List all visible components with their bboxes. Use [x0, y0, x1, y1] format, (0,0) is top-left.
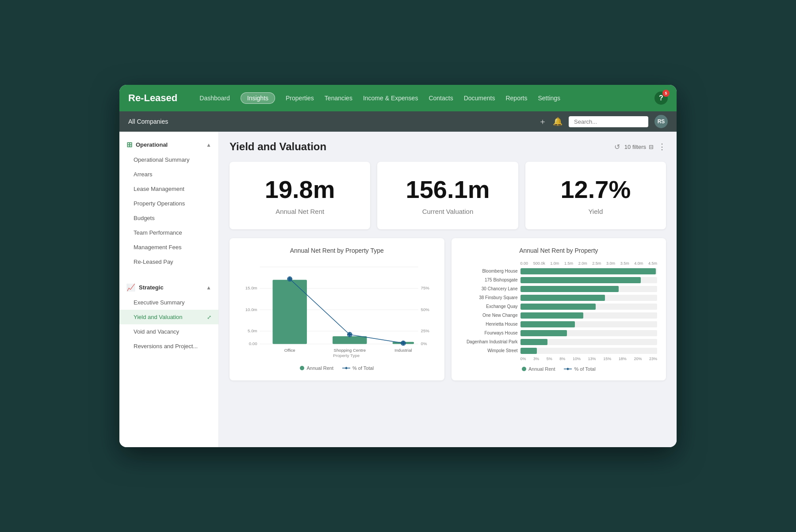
bar-chart-svg: 0.00 5.0m 10.0m 15.0m 0% 25% 50% 75%	[238, 261, 436, 358]
more-button[interactable]: ⋮	[658, 142, 666, 152]
bar-shopping[interactable]	[333, 336, 367, 344]
svg-marker-20	[566, 368, 569, 370]
kpi-card-valuation: 156.1m Current Valuation	[377, 162, 518, 229]
legend2-pct-total: % of Total	[564, 366, 595, 372]
legend-line-icon	[342, 366, 350, 370]
sidebar-item-yield-valuation[interactable]: Yield and Valuation ⤢	[119, 310, 218, 324]
svg-text:0.00: 0.00	[249, 341, 257, 346]
sidebar-item-re-leased-pay[interactable]: Re-Leased Pay	[119, 255, 218, 269]
sidebar-item-executive-summary[interactable]: Executive Summary	[119, 295, 218, 310]
sidebar-item-property-operations[interactable]: Property Operations	[119, 196, 218, 211]
filter-button[interactable]: 10 filters ⊟	[624, 144, 654, 150]
bar-wimpole: Wimpole Street	[460, 348, 658, 354]
svg-text:25%: 25%	[421, 328, 430, 333]
sidebar-operational-section: ⊞ Operational ▲ Operational Summary Arre…	[119, 132, 218, 274]
filter-label: 10 filters	[624, 144, 646, 150]
svg-text:10.0m: 10.0m	[245, 307, 257, 312]
bar-henrietta: Henrietta House	[460, 321, 658, 327]
svg-text:5.0m: 5.0m	[248, 328, 257, 333]
sub-nav-icons: ＋ 🔔 RS	[539, 115, 668, 128]
legend-annual-rent: Annual Rent	[300, 365, 333, 371]
logo: Re-Leased	[128, 92, 177, 104]
strategic-icon: 📈	[126, 283, 135, 292]
top-nav: Re-Leased Dashboard Insights Properties …	[119, 85, 677, 111]
bar-exchange-quay: Exchange Quay	[460, 304, 658, 310]
main-layout: ⊞ Operational ▲ Operational Summary Arre…	[119, 132, 677, 447]
nav-properties[interactable]: Properties	[286, 95, 314, 102]
kpi-yield-value: 12.7%	[536, 176, 655, 203]
chart-card-property-type: Annual Net Rent by Property Type 0.00 5.…	[230, 238, 444, 380]
kpi-yield-label: Yield	[536, 208, 655, 215]
nav-income-expenses[interactable]: Income & Expenses	[363, 95, 418, 102]
nav-dashboard[interactable]: Dashboard	[199, 95, 230, 102]
sidebar: ⊞ Operational ▲ Operational Summary Arre…	[119, 132, 219, 447]
bar-office[interactable]	[272, 280, 306, 344]
sidebar-item-budgets[interactable]: Budgets	[119, 211, 218, 225]
sidebar-operational-header[interactable]: ⊞ Operational ▲	[119, 137, 218, 152]
kpi-annual-rent-value: 19.8m	[240, 176, 360, 203]
svg-text:0%: 0%	[421, 341, 427, 346]
nav-reports[interactable]: Reports	[505, 95, 527, 102]
chart2-legend: Annual Rent % of Total	[460, 366, 658, 372]
chart2-x-axis-bottom: 0%3%5%8%10%13%15%18%20%23%	[460, 357, 658, 361]
legend2-dot-annual	[522, 367, 526, 371]
operational-icon: ⊞	[126, 141, 132, 149]
page-header: Yield and Valuation ↺ 10 filters ⊟ ⋮	[230, 141, 666, 153]
bar-finsbury: 38 Finsbury Square	[460, 295, 658, 301]
bar-chancery: 30 Chancery Lane	[460, 286, 658, 292]
sidebar-item-reversions[interactable]: Reversions and Project...	[119, 339, 218, 353]
notification-badge: 5	[662, 90, 670, 97]
svg-marker-18	[345, 367, 348, 369]
sidebar-item-void-vacancy[interactable]: Void and Vacancy	[119, 324, 218, 339]
page-title: Yield and Valuation	[230, 141, 326, 153]
chart1-legend: Annual Rent % of Total	[238, 365, 436, 371]
notifications-button[interactable]: 🔔	[553, 117, 563, 126]
kpi-annual-rent-label: Annual Net Rent	[240, 208, 360, 215]
chart2-bars: Bloomberg House 175 Bishopsgate 30 Chanc…	[460, 268, 658, 354]
sidebar-item-operational-summary[interactable]: Operational Summary	[119, 152, 218, 167]
legend-pct-total: % of Total	[342, 365, 374, 371]
expand-icon: ⤢	[207, 314, 211, 320]
search-input[interactable]	[574, 118, 643, 125]
content-area: Yield and Valuation ↺ 10 filters ⊟ ⋮ 19.…	[219, 132, 677, 447]
chart-row: Annual Net Rent by Property Type 0.00 5.…	[230, 238, 666, 380]
sidebar-strategic-header[interactable]: 📈 Strategic ▲	[119, 280, 218, 295]
nav-insights[interactable]: Insights	[241, 92, 275, 104]
sidebar-item-lease-management[interactable]: Lease Management	[119, 182, 218, 196]
sidebar-item-management-fees[interactable]: Management Fees	[119, 240, 218, 255]
kpi-card-yield: 12.7% Yield	[525, 162, 666, 229]
nav-documents[interactable]: Documents	[464, 95, 495, 102]
svg-text:Industrial: Industrial	[394, 348, 412, 353]
svg-text:Office: Office	[284, 348, 295, 353]
chart2-x-axis-top: 0.00500.0k1.0m1.5m2.0m2.5m3.0m3.5m4.0m4.…	[460, 261, 658, 266]
sidebar-strategic-title: 📈 Strategic	[126, 283, 164, 292]
app-container: Re-Leased Dashboard Insights Properties …	[119, 85, 677, 447]
kpi-card-annual-rent: 19.8m Annual Net Rent	[230, 162, 370, 229]
sidebar-item-team-performance[interactable]: Team Performance	[119, 225, 218, 240]
legend-dot-annual	[300, 366, 304, 370]
legend2-annual-rent: Annual Rent	[522, 366, 555, 372]
add-button[interactable]: ＋	[539, 116, 547, 127]
search-box[interactable]	[569, 116, 648, 127]
bar-one-new-change: One New Change	[460, 312, 658, 319]
nav-contacts[interactable]: Contacts	[429, 95, 453, 102]
legend2-line-icon	[564, 367, 572, 371]
svg-text:15.0m: 15.0m	[245, 285, 257, 290]
nav-tenancies[interactable]: Tenancies	[325, 95, 352, 102]
sidebar-item-arrears[interactable]: Arrears	[119, 167, 218, 182]
nav-settings[interactable]: Settings	[538, 95, 561, 102]
help-button[interactable]: ? 5	[654, 91, 668, 105]
avatar[interactable]: RS	[654, 115, 668, 128]
company-selector[interactable]: All Companies	[128, 118, 168, 125]
sidebar-strategic-items: Executive Summary Yield and Valuation ⤢ …	[119, 295, 218, 353]
sidebar-operational-items: Operational Summary Arrears Lease Manage…	[119, 152, 218, 269]
filter-icon: ⊟	[649, 144, 654, 150]
chart-card-by-property: Annual Net Rent by Property 0.00500.0k1.…	[452, 238, 666, 380]
header-actions: ↺ 10 filters ⊟ ⋮	[614, 142, 666, 152]
nav-links: Dashboard Insights Properties Tenancies …	[199, 92, 641, 104]
refresh-button[interactable]: ↺	[614, 143, 620, 151]
chart2-title: Annual Net Rent by Property	[460, 247, 658, 254]
kpi-valuation-value: 156.1m	[388, 176, 507, 203]
strategic-chevron: ▲	[206, 285, 211, 291]
svg-text:Shopping Centre: Shopping Centre	[334, 348, 366, 353]
